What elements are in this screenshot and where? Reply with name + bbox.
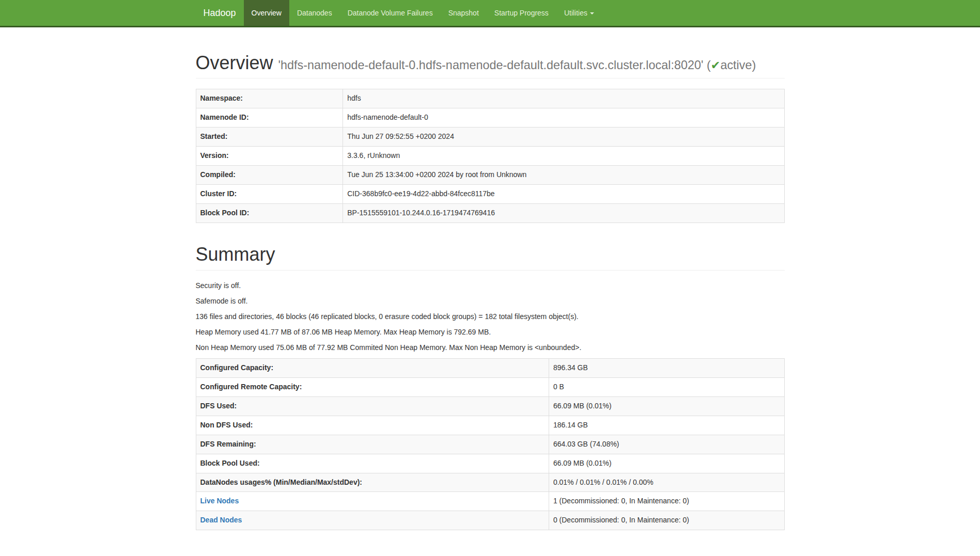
row-value: 664.03 GB (74.08%)	[549, 435, 784, 454]
row-value: 186.14 GB	[549, 416, 784, 435]
row-label: Cluster ID:	[196, 185, 343, 204]
row-label: DFS Remaining:	[196, 435, 549, 454]
row-value: 896.34 GB	[549, 358, 784, 377]
row-value: 0.01% / 0.01% / 0.01% / 0.00%	[549, 473, 784, 492]
summary-non-heap-memory-line: Non Heap Memory used 75.06 MB of 77.92 M…	[196, 343, 785, 353]
table-row: Started: Thu Jun 27 09:52:55 +0200 2024	[196, 128, 784, 147]
status-label: active	[720, 58, 752, 72]
top-navbar: Hadoop Overview Datanodes Datanode Volum…	[0, 0, 980, 27]
table-row: Dead Nodes 0 (Decommissioned: 0, In Main…	[196, 511, 784, 530]
table-row: Non DFS Used: 186.14 GB	[196, 416, 784, 435]
nav-link-overview[interactable]: Overview	[244, 0, 289, 26]
nav-link-utilities-dropdown[interactable]: Utilities	[556, 0, 602, 26]
hadoop-brand-link[interactable]: Hadoop	[196, 0, 244, 26]
overview-header: Overview 'hdfs-namenode-default-0.hdfs-n…	[196, 52, 785, 78]
nav-item-startup-progress: Startup Progress	[487, 0, 556, 26]
nav-item-overview: Overview	[244, 0, 289, 26]
status-paren-close: )	[752, 58, 756, 72]
summary-safemode-line: Safemode is off.	[196, 296, 785, 307]
row-label: Version:	[196, 147, 343, 166]
summary-heap-memory-line: Heap Memory used 41.77 MB of 87.06 MB He…	[196, 327, 785, 338]
row-value: 3.3.6, rUnknown	[343, 147, 784, 166]
caret-down-icon	[590, 12, 594, 14]
row-value: hdfs	[343, 89, 784, 108]
table-row: Cluster ID: CID-368b9fc0-ee19-4d22-abbd-…	[196, 185, 784, 204]
nav-link-startup-progress[interactable]: Startup Progress	[487, 0, 556, 26]
table-row: Compiled: Tue Jun 25 13:34:00 +0200 2024…	[196, 166, 784, 185]
row-value: 66.09 MB (0.01%)	[549, 396, 784, 416]
row-label: DataNodes usages% (Min/Median/Max/stdDev…	[196, 473, 549, 492]
live-nodes-link[interactable]: Live Nodes	[200, 497, 239, 505]
table-row: Block Pool Used: 66.09 MB (0.01%)	[196, 454, 784, 473]
page-title: Overview 'hdfs-namenode-default-0.hdfs-n…	[196, 52, 785, 73]
nav-link-snapshot[interactable]: Snapshot	[441, 0, 487, 26]
table-row: Version: 3.3.6, rUnknown	[196, 147, 784, 166]
row-value: CID-368b9fc0-ee19-4d22-abbd-84fcec8117be	[343, 185, 784, 204]
nav-item-snapshot: Snapshot	[441, 0, 487, 26]
row-label: Block Pool Used:	[196, 454, 549, 473]
summary-title: Summary	[196, 244, 785, 265]
table-row: Namespace: hdfs	[196, 89, 784, 108]
row-value: Thu Jun 27 09:52:55 +0200 2024	[343, 128, 784, 147]
namenode-info-table: Namespace: hdfs Namenode ID: hdfs-nameno…	[196, 89, 785, 223]
row-label: Block Pool ID:	[196, 204, 343, 223]
summary-security-line: Security is off.	[196, 281, 785, 291]
ok-check-icon: ✔	[711, 59, 721, 72]
row-value: 66.09 MB (0.01%)	[549, 454, 784, 473]
utilities-label: Utilities	[564, 9, 587, 17]
summary-text-block: Security is off. Safemode is off. 136 fi…	[196, 281, 785, 353]
main-nav: Overview Datanodes Datanode Volume Failu…	[244, 0, 602, 26]
row-value: 1 (Decommissioned: 0, In Maintenance: 0)	[549, 492, 784, 511]
row-value: BP-1515559101-10.244.0.16-1719474769416	[343, 204, 784, 223]
row-label: DFS Used:	[196, 396, 549, 416]
row-label: Non DFS Used:	[196, 416, 549, 435]
cluster-metrics-table: Configured Capacity: 896.34 GB Configure…	[196, 358, 785, 531]
row-label: Namespace:	[196, 89, 343, 108]
table-row: Namenode ID: hdfs-namenode-default-0	[196, 108, 784, 128]
row-value: Tue Jun 25 13:34:00 +0200 2024 by root f…	[343, 166, 784, 185]
nav-link-datanode-volume-failures[interactable]: Datanode Volume Failures	[340, 0, 441, 26]
row-value: 0 B	[549, 377, 784, 396]
nav-item-datanode-volume-failures: Datanode Volume Failures	[340, 0, 441, 26]
row-value: hdfs-namenode-default-0	[343, 108, 784, 128]
status-paren-open: (	[707, 58, 711, 72]
nav-link-datanodes[interactable]: Datanodes	[289, 0, 340, 26]
namenode-address: 'hdfs-namenode-default-0.hdfs-namenode-d…	[278, 58, 756, 72]
namenode-status: (✔active)	[707, 58, 756, 72]
table-row: Block Pool ID: BP-1515559101-10.244.0.16…	[196, 204, 784, 223]
namenode-host-port: 'hdfs-namenode-default-0.hdfs-namenode-d…	[278, 58, 704, 72]
row-label: Live Nodes	[196, 492, 549, 511]
row-label: Dead Nodes	[196, 511, 549, 530]
nav-item-utilities: Utilities	[556, 0, 602, 26]
row-label: Namenode ID:	[196, 108, 343, 128]
table-row: DataNodes usages% (Min/Median/Max/stdDev…	[196, 473, 784, 492]
dead-nodes-link[interactable]: Dead Nodes	[200, 516, 242, 524]
table-row: DFS Used: 66.09 MB (0.01%)	[196, 396, 784, 416]
table-row: Live Nodes 1 (Decommissioned: 0, In Main…	[196, 492, 784, 511]
summary-filesystem-objects-line: 136 files and directories, 46 blocks (46…	[196, 312, 785, 322]
summary-header: Summary	[196, 244, 785, 270]
row-label: Started:	[196, 128, 343, 147]
row-label: Configured Remote Capacity:	[196, 377, 549, 396]
table-row: Configured Capacity: 896.34 GB	[196, 358, 784, 377]
row-value: 0 (Decommissioned: 0, In Maintenance: 0)	[549, 511, 784, 530]
nav-item-datanodes: Datanodes	[289, 0, 340, 26]
table-row: DFS Remaining: 664.03 GB (74.08%)	[196, 435, 784, 454]
row-label: Configured Capacity:	[196, 358, 549, 377]
row-label: Compiled:	[196, 166, 343, 185]
page-title-text: Overview	[196, 52, 273, 73]
table-row: Configured Remote Capacity: 0 B	[196, 377, 784, 396]
